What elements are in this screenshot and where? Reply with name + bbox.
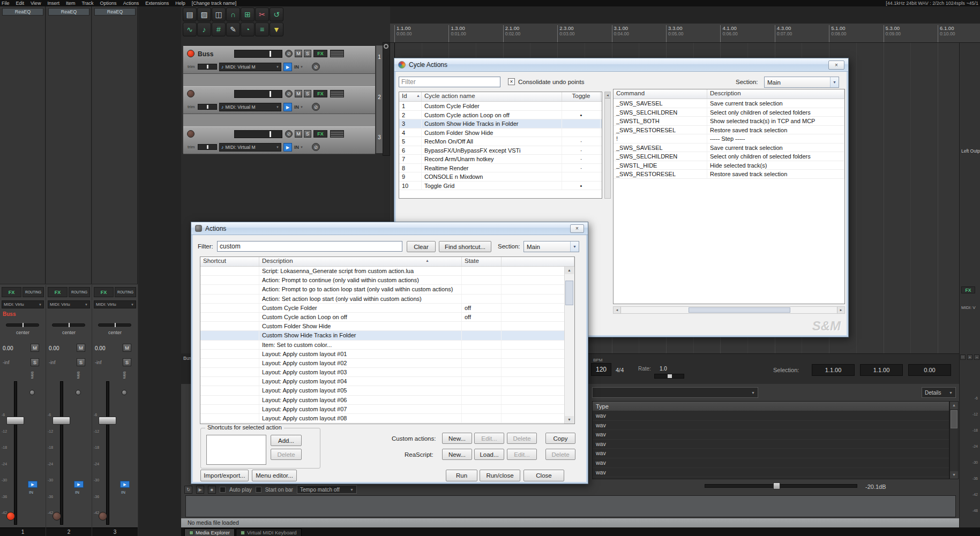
cycle-action-row[interactable]: 4Custom Folder Show Hide (399, 129, 602, 138)
menu-item-options[interactable]: Options (100, 1, 117, 6)
run-button[interactable]: Run (446, 470, 477, 481)
record-arm-button[interactable] (99, 512, 107, 520)
midi-editor-icon[interactable]: ♪ (197, 22, 211, 36)
marquee-tool-icon[interactable]: ✂ (255, 7, 269, 21)
cycle-action-row[interactable]: 9CONSOLE n Mixdown (399, 172, 602, 182)
phase-button[interactable]: ⊘ (285, 90, 293, 97)
file-row[interactable]: wav (593, 411, 949, 421)
timeline-ruler[interactable]: 1.1.000:00.001.3.000:01.002.1.000:02.002… (390, 24, 980, 43)
mute-button[interactable]: M (295, 130, 302, 138)
fx-insert-slot[interactable]: ReaEQ (2, 8, 43, 16)
file-row[interactable]: wav (593, 440, 949, 449)
action-row[interactable]: Layout: Apply custom layout #01 (200, 350, 574, 359)
command-row[interactable]: _SWSTL_HIDEHide selected track(s) (614, 161, 844, 170)
command-list-hscrollbar[interactable]: ◄ ► (613, 306, 845, 314)
solo-button[interactable]: S (304, 90, 311, 97)
file-row[interactable]: wav (593, 430, 949, 440)
file-row[interactable]: wav (593, 421, 949, 431)
repeat-icon[interactable]: ↻ (184, 486, 192, 494)
mixer-midi-input[interactable]: MIDI: V (961, 305, 980, 310)
loop-toggle-icon[interactable]: ↺ (270, 7, 283, 21)
bpm-value[interactable]: 120 (591, 363, 611, 376)
action-row[interactable]: Custom Folder Show Hide (200, 322, 574, 331)
file-row[interactable]: wav (593, 458, 949, 468)
command-row[interactable]: _SWS_SELCHILDRENSelect only children of … (614, 108, 844, 117)
actions-dialog-titlebar[interactable]: Actions × (191, 222, 588, 235)
command-row[interactable]: _SWS_SAVESELSave current track selection (614, 99, 844, 108)
mixer-fx-button[interactable]: FX (961, 286, 975, 293)
column-header-toggle[interactable]: Toggle (562, 92, 601, 101)
time-signature[interactable]: 4/4 (616, 367, 624, 373)
grid-settings-icon[interactable]: # (212, 22, 226, 36)
solo-button[interactable]: S (304, 130, 311, 138)
trim-knob[interactable] (29, 390, 35, 395)
zoom-in-button[interactable]: + (967, 354, 972, 360)
cycle-action-row[interactable]: 8Realtime Render· (399, 164, 602, 173)
column-header-shortcut[interactable]: Shortcut (200, 257, 259, 266)
auto-play-checkbox[interactable] (220, 487, 226, 493)
scrollbar-knob[interactable] (384, 44, 388, 49)
command-row[interactable]: _SWS_RESTORESELRestore saved track selec… (614, 126, 844, 135)
command-row[interactable]: _SWSTL_BOTHShow selected track(s) in TCP… (614, 117, 844, 126)
rate-slider[interactable] (654, 374, 684, 379)
action-row[interactable]: Layout: Apply custom layout #04 (200, 377, 574, 386)
input-monitor-button[interactable]: ▶ (283, 63, 292, 71)
cycle-action-row[interactable]: 7Record Arm/Unarm hotkey· (399, 155, 602, 164)
record-arm-button[interactable] (187, 90, 194, 97)
rate-value[interactable]: 1.0 (660, 366, 667, 372)
scroll-mode-button[interactable]: ∷ (960, 354, 966, 360)
cycle-filter-input[interactable] (399, 77, 500, 87)
scroll-up-arrow[interactable]: ▲ (950, 402, 958, 409)
tcp-track-1[interactable]: Buss⊘MSFXtrim♪MIDI: Virtual M▼▶IN▼⊘ (183, 46, 375, 74)
preview-waveform-area[interactable] (185, 495, 956, 517)
input-select[interactable]: IN▼ (294, 143, 310, 152)
cycle-action-row[interactable]: 1Custom Cycle Folder (399, 102, 602, 111)
trim-knob[interactable] (122, 390, 127, 395)
mute-button[interactable]: M (295, 50, 302, 57)
custom-action-new-button[interactable]: New... (442, 433, 472, 444)
play-icon[interactable]: ▶ (196, 486, 204, 494)
grid-toggle-icon[interactable]: ⊞ (241, 7, 255, 21)
monitor-button[interactable]: ⊘ (312, 143, 320, 151)
filter-input[interactable] (217, 241, 402, 252)
column-header-id[interactable]: Id▲ (399, 92, 422, 101)
consolidate-undo-checkbox[interactable]: × (508, 78, 515, 85)
mute-button[interactable]: M (295, 90, 302, 97)
run-close-button[interactable]: Run/close (480, 470, 520, 481)
custom-action-delete-button[interactable]: Delete (507, 433, 537, 444)
track-volume-slider[interactable] (234, 50, 282, 58)
trim-slider[interactable] (198, 104, 217, 110)
file-row[interactable]: wav (593, 468, 949, 478)
column-header-cycle-action-name[interactable]: Cycle action name (422, 92, 562, 101)
tcp-track-2[interactable]: ⊘MSFXtrim♪MIDI: Virtual M▼▶IN▼⊘ (183, 86, 375, 114)
trim-slider[interactable] (198, 144, 217, 150)
mixer-midi-input[interactable]: MIDI: Virtu▼ (94, 300, 136, 308)
pan-control[interactable] (52, 323, 85, 327)
mixer-routing-button[interactable]: ROUTING (23, 287, 44, 297)
mixer-routing-button[interactable]: ROUTING (69, 287, 90, 297)
selection-end[interactable]: 1.1.00 (860, 364, 903, 376)
track-volume-slider[interactable] (234, 90, 282, 98)
type-column-header[interactable]: Type (593, 402, 949, 411)
splitter-collapse-button[interactable]: ◄ (605, 92, 610, 99)
menu-item-file[interactable]: File (2, 1, 10, 6)
mixer-fx-button[interactable]: FX (94, 287, 114, 297)
monitor-button[interactable]: ⊘ (312, 103, 320, 111)
envelope-toggle-icon[interactable]: ∿ (183, 22, 197, 36)
zoom-out-button[interactable]: − (974, 354, 979, 360)
input-monitor-button[interactable]: ▶ (120, 481, 130, 488)
midi-input-dropdown[interactable]: ♪MIDI: Virtual M▼ (219, 103, 281, 111)
route-button[interactable] (330, 130, 344, 138)
action-row[interactable]: Layout: Apply custom layout #03 (200, 368, 574, 377)
solo-button[interactable]: S (123, 358, 131, 366)
command-row[interactable]: _SWS_SELCHILDRENSelect only children of … (614, 152, 844, 161)
file-list-scrollbar[interactable]: ▲ ▼ (949, 401, 959, 479)
mute-button[interactable]: M (123, 344, 131, 352)
mixer-fx-button[interactable]: FX (2, 287, 21, 297)
menu-item-actions[interactable]: Actions (123, 1, 139, 6)
cycle-dialog-titlebar[interactable]: Cycle Actions × (394, 58, 848, 72)
menu-item-insert[interactable]: Insert (47, 1, 59, 6)
track-name[interactable] (198, 90, 231, 98)
group-toggle-icon[interactable]: ≡ (255, 22, 269, 36)
reascript-load-button[interactable]: Load... (474, 449, 504, 460)
